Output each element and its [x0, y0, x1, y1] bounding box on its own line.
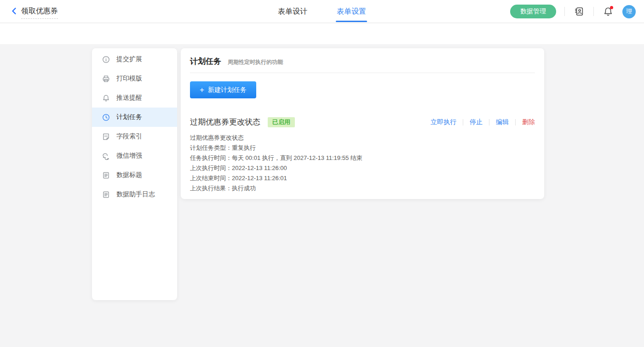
task-detail-line: 上次结束时间：2022-12-13 11:26:01: [190, 173, 535, 183]
notification-bell-icon[interactable]: [602, 6, 614, 17]
divider: [489, 119, 489, 125]
tab-form-design[interactable]: 表单设计: [278, 0, 307, 23]
sidebar-item-data-title[interactable]: 数据标题: [92, 165, 177, 185]
sidebar-item-label: 字段索引: [116, 132, 142, 141]
bell-icon: [102, 94, 110, 102]
plus-icon: +: [200, 86, 204, 94]
sidebar-item-submit-extension[interactable]: 提交扩展: [92, 50, 177, 69]
data-manage-button[interactable]: 数据管理: [510, 5, 556, 18]
divider: [190, 73, 535, 73]
panel-subtitle: 周期性定时执行的功能: [228, 58, 283, 66]
contact-book-icon[interactable]: [573, 6, 585, 17]
sidebar-item-print-template[interactable]: 打印模版: [92, 69, 177, 88]
delete-link[interactable]: 删除: [522, 118, 535, 126]
sidebar-item-label: 提交扩展: [116, 55, 142, 63]
list-icon: [102, 171, 110, 179]
new-task-button-label: 新建计划任务: [208, 86, 247, 94]
task-item-header: 过期优惠券更改状态 已启用 立即执行 停止 编辑 删除: [190, 117, 535, 127]
wechat-icon: [102, 152, 110, 160]
top-header: 领取优惠券 表单设计 表单设置 数据管理: [0, 0, 644, 23]
divider: [463, 119, 463, 125]
sidebar-item-label: 微信增强: [116, 152, 142, 160]
sidebar-item-push-reminder[interactable]: 推送提醒: [92, 88, 177, 108]
panel-title: 计划任务: [190, 56, 221, 67]
scheduled-tasks-panel: 计划任务 周期性定时执行的功能 + 新建计划任务 过期优惠券更改状态 已启用 立…: [181, 48, 544, 199]
settings-sidebar: 提交扩展 打印模版 推送提醒: [92, 48, 177, 300]
task-actions: 立即执行 停止 编辑 删除: [431, 118, 535, 126]
execute-now-link[interactable]: 立即执行: [431, 118, 456, 126]
printer-icon: [102, 75, 110, 83]
panel-header: 计划任务 周期性定时执行的功能: [190, 48, 535, 67]
sidebar-item-label: 推送提醒: [116, 94, 142, 102]
sidebar-item-field-index[interactable]: 字段索引: [92, 127, 177, 146]
info-icon: [102, 56, 110, 63]
task-detail-line: 过期优惠券更改状态: [190, 133, 535, 143]
sidebar-item-wechat-enhance[interactable]: 微信增强: [92, 146, 177, 165]
sidebar-item-label: 数据标题: [116, 171, 142, 179]
sub-header-strip: [0, 23, 644, 44]
stop-link[interactable]: 停止: [470, 118, 483, 126]
app-window: 领取优惠券 表单设计 表单设置 数据管理: [0, 0, 644, 347]
status-badge: 已启用: [268, 117, 295, 127]
sidebar-item-data-assistant-log[interactable]: 数据助手日志: [92, 185, 177, 204]
task-detail-line: 计划任务类型：重复执行: [190, 143, 535, 153]
notification-dot: [610, 6, 613, 9]
document-icon: [102, 133, 110, 141]
task-detail-line: 任务执行时间：每天 00:01 执行，直到 2027-12-13 11:19:5…: [190, 153, 535, 163]
task-name: 过期优惠券更改状态: [190, 117, 260, 127]
divider: [564, 7, 565, 16]
user-avatar[interactable]: 理: [622, 5, 636, 18]
divider: [515, 119, 516, 125]
sidebar-item-label: 计划任务: [116, 113, 142, 121]
divider: [593, 7, 594, 16]
tab-form-settings[interactable]: 表单设置: [337, 0, 366, 23]
task-detail-line: 上次执行时间：2022-12-13 11:26:00: [190, 163, 535, 173]
task-detail-line: 上次执行结果：执行成功: [190, 183, 535, 193]
list-icon: [102, 191, 110, 199]
sidebar-item-label: 数据助手日志: [116, 190, 155, 199]
task-details: 过期优惠券更改状态 计划任务类型：重复执行 任务执行时间：每天 00:01 执行…: [190, 133, 535, 193]
new-scheduled-task-button[interactable]: + 新建计划任务: [190, 81, 256, 98]
sidebar-item-label: 打印模版: [116, 74, 142, 83]
edit-link[interactable]: 编辑: [496, 118, 509, 126]
sidebar-item-scheduled-tasks[interactable]: 计划任务: [92, 108, 177, 127]
header-actions: 数据管理 理: [510, 0, 636, 23]
clock-icon: [102, 114, 110, 121]
